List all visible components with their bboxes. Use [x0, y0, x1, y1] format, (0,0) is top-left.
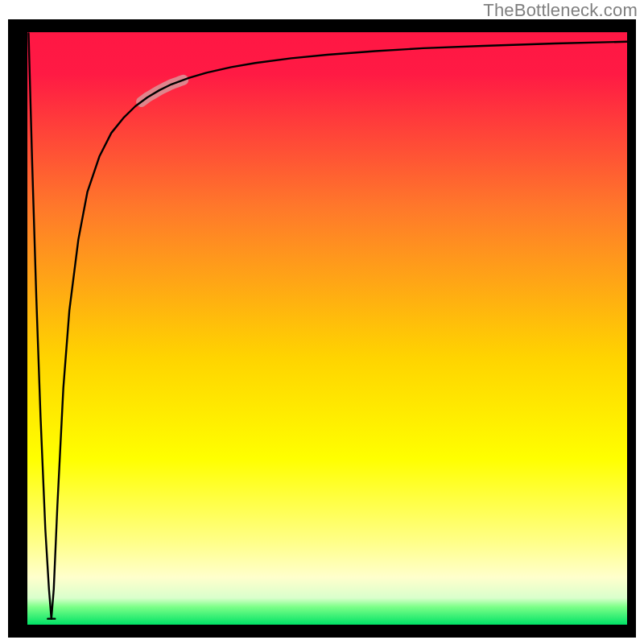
chart-container: TheBottleneck.com — [0, 0, 644, 644]
plot-area — [27, 32, 627, 625]
plot-svg — [27, 32, 627, 625]
gradient-background — [27, 32, 627, 625]
watermark-text: TheBottleneck.com — [483, 0, 638, 21]
